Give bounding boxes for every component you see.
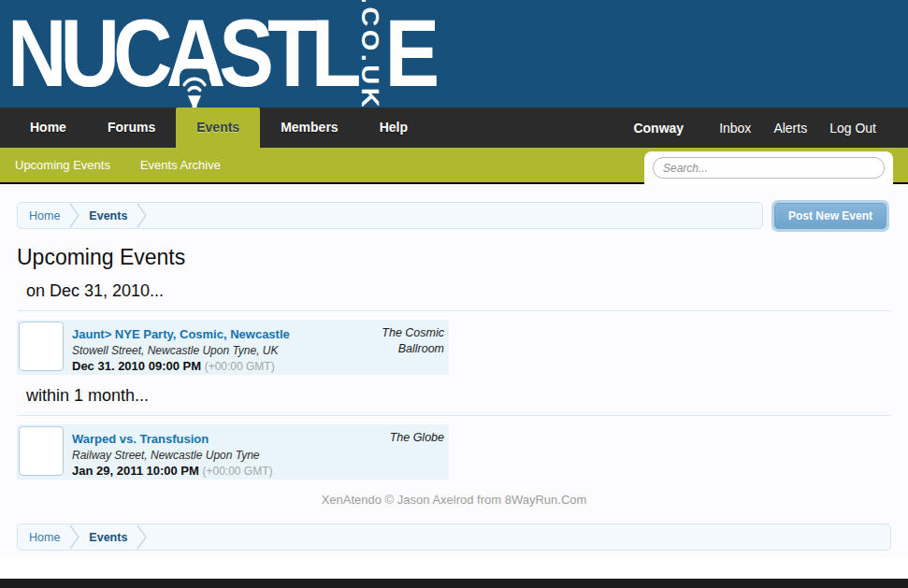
group-heading-date: on Dec 31, 2010... xyxy=(26,281,891,301)
chevron-right-icon xyxy=(69,524,79,550)
nav-account-area: Conway Inbox Alerts Log Out xyxy=(633,108,908,148)
post-new-event-button[interactable]: Post New Event xyxy=(774,203,886,229)
site-header: NUCASTL .CO.UK E xyxy=(0,0,908,108)
chevron-right-icon xyxy=(137,203,147,228)
breadcrumb: Home Events xyxy=(17,523,891,551)
chevron-right-icon xyxy=(137,524,147,550)
inbox-link[interactable]: Inbox xyxy=(719,121,751,136)
logo-letter-a: A xyxy=(166,1,220,105)
site-footer: XenBiz Contact Us Home Top xyxy=(0,579,908,588)
event-datetime: Dec 31. 2010 09:00 PM (+00:00 GMT) xyxy=(72,359,368,373)
event-thumbnail[interactable] xyxy=(19,322,64,371)
nav-item-home[interactable]: Home xyxy=(9,108,87,148)
event-venue: The Globe xyxy=(368,426,447,478)
event-thumbnail[interactable] xyxy=(19,426,64,476)
event-card: Warped vs. Transfusion Railway Street, N… xyxy=(17,424,449,480)
main-navbar: Home Forums Events Members Help Conway I… xyxy=(0,108,908,148)
site-logo[interactable]: NUCASTL .CO.UK E xyxy=(7,0,433,108)
breadcrumb-home[interactable]: Home xyxy=(29,531,60,544)
event-timezone: (+00:00 GMT) xyxy=(203,465,273,478)
group-heading-month: within 1 month... xyxy=(26,386,891,406)
logout-link[interactable]: Log Out xyxy=(829,121,876,136)
logo-pre-a: NUC xyxy=(7,0,166,107)
event-timezone: (+00:00 GMT) xyxy=(205,360,275,373)
addon-credit: XenAtendo © Jason Axelrod from 8WayRun.C… xyxy=(17,493,891,507)
nav-item-events[interactable]: Events xyxy=(176,108,260,148)
subnav-item-events-archive[interactable]: Events Archive xyxy=(125,148,236,182)
event-address: Stowell Street, Newcastle Upon Tyne, UK xyxy=(72,344,368,357)
subnav-item-upcoming-events[interactable]: Upcoming Events xyxy=(0,148,125,182)
logo-last-letter: E xyxy=(384,1,433,105)
breadcrumb-events[interactable]: Events xyxy=(89,531,127,544)
nav-item-help[interactable]: Help xyxy=(359,108,428,148)
username-link[interactable]: Conway xyxy=(633,121,684,136)
search-container xyxy=(644,151,893,184)
nav-item-members[interactable]: Members xyxy=(260,108,358,148)
event-card: Jaunt> NYE Party, Cosmic, Newcastle Stow… xyxy=(17,320,449,375)
search-input[interactable] xyxy=(653,157,885,179)
alerts-link[interactable]: Alerts xyxy=(773,121,807,136)
event-title-link[interactable]: Jaunt> NYE Party, Cosmic, Newcastle xyxy=(72,327,290,341)
nav-item-forums[interactable]: Forums xyxy=(87,108,176,148)
breadcrumb-row-top: Home Events Post New Event xyxy=(17,202,891,229)
breadcrumb-events[interactable]: Events xyxy=(89,209,127,222)
logo-post-a: STL xyxy=(219,0,354,107)
nav-tabs: Home Forums Events Members Help xyxy=(0,108,428,148)
event-details: Warped vs. Transfusion Railway Street, N… xyxy=(72,426,368,478)
sub-navbar: Upcoming Events Events Archive xyxy=(0,148,908,184)
event-details: Jaunt> NYE Party, Cosmic, Newcastle Stow… xyxy=(72,322,368,373)
breadcrumb-home[interactable]: Home xyxy=(29,209,60,222)
logo-wordmark: NUCASTL xyxy=(7,1,354,105)
antenna-icon xyxy=(178,34,211,83)
content-area: Home Events Post New Event Upcoming Even… xyxy=(0,184,908,558)
event-venue: The Cosmic Ballroom xyxy=(368,322,447,373)
breadcrumb: Home Events xyxy=(17,202,763,229)
page-title: Upcoming Events xyxy=(17,245,891,270)
divider xyxy=(17,310,891,311)
divider xyxy=(17,415,891,416)
chevron-right-icon xyxy=(69,203,79,228)
logo-tld: .CO.UK xyxy=(353,0,386,108)
breadcrumb-row-bottom: Home Events xyxy=(17,523,891,551)
event-title-link[interactable]: Warped vs. Transfusion xyxy=(72,432,209,446)
event-datetime: Jan 29, 2011 10:00 PM (+00:00 GMT) xyxy=(72,464,368,478)
event-address: Railway Street, Newcastle Upon Tyne xyxy=(72,449,368,462)
